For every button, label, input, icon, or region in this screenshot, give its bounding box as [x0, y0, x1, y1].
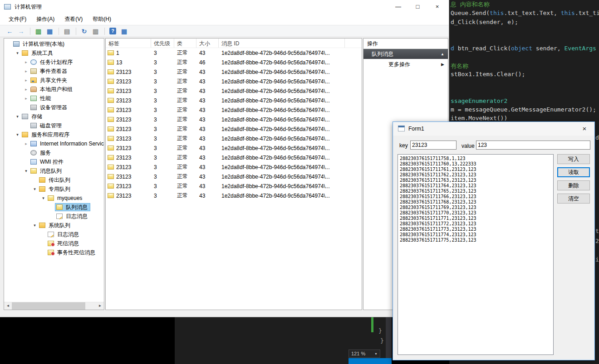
tree-item[interactable]: 服务 — [4, 148, 104, 157]
tree-item[interactable]: 设备管理器 — [4, 103, 104, 112]
toolbar-properties-icon[interactable]: ▤ — [62, 26, 72, 36]
toolbar-view-icon[interactable]: ▦ — [119, 26, 129, 36]
collapsed-chevron-icon[interactable]: ▸ — [23, 141, 29, 146]
tree-item[interactable]: 日志消息 — [4, 230, 104, 239]
write-button[interactable]: 写入 — [557, 154, 590, 164]
toolbar-refresh-icon[interactable]: ↻ — [79, 26, 89, 36]
listbox-line[interactable]: 288230376151711766,23123,123 — [400, 194, 551, 199]
column-header[interactable]: 类 — [174, 39, 196, 48]
expanded-chevron-icon[interactable]: ▾ — [15, 51, 20, 55]
tree-item[interactable]: 传出队列 — [4, 175, 104, 184]
message-row[interactable]: 231233正常431e2da8df-8bbe-472b-946d-9c56da… — [106, 115, 362, 124]
collapsed-chevron-icon[interactable]: ▸ — [23, 78, 29, 83]
listbox-line[interactable]: 288230376151711774,23123,123 — [400, 232, 551, 238]
tree-item[interactable]: ▾消息队列 — [4, 166, 104, 175]
toolbar-window-icon[interactable]: ▦ — [44, 26, 55, 36]
listbox-line[interactable]: 288230376151711763,23123,123 — [400, 178, 551, 183]
menu-help[interactable]: 帮助(H) — [88, 15, 116, 23]
toolbar-export-list-icon[interactable]: ▥ — [90, 26, 101, 36]
collapsed-chevron-icon[interactable]: ▸ — [23, 60, 29, 64]
listbox-line[interactable]: 288230376151711768,23123,123 — [400, 199, 551, 205]
message-row[interactable]: 231233正常431e2da8df-8bbe-472b-946d-9c56da… — [106, 105, 362, 115]
tree-item[interactable]: ▸共享文件夹 — [4, 76, 104, 85]
form1-close-button[interactable]: × — [574, 122, 594, 136]
expanded-chevron-icon[interactable]: ▾ — [15, 132, 20, 137]
expanded-chevron-icon[interactable]: ▾ — [23, 169, 29, 173]
tree-item[interactable]: 计算机管理(本地) — [4, 39, 104, 49]
listbox-line[interactable]: 288230376151711772,23123,123 — [400, 221, 551, 227]
menu-file[interactable]: 文件(F) — [4, 15, 31, 23]
scroll-left-icon[interactable]: ◄ — [4, 302, 12, 310]
tree-item[interactable]: 日志消息 — [4, 212, 104, 221]
collapse-arrow-icon[interactable]: ▲ — [441, 52, 444, 56]
expanded-chevron-icon[interactable]: ▾ — [40, 196, 46, 200]
expanded-chevron-icon[interactable]: ▾ — [32, 223, 38, 228]
zoom-control[interactable]: 121 % ▼ — [349, 349, 380, 358]
actions-group-header[interactable]: 队列消息 ▲ — [363, 49, 448, 59]
tree-item[interactable]: ▾myqueues — [4, 194, 104, 203]
column-header[interactable]: 大小 — [196, 39, 219, 48]
tree-item[interactable]: ▾存储 — [4, 112, 104, 121]
delete-button[interactable]: 删除 — [557, 180, 590, 190]
message-row[interactable]: 133正常461e2da8df-8bbe-472b-946d-9c56da764… — [106, 58, 362, 67]
collapsed-chevron-icon[interactable]: ▸ — [23, 96, 29, 101]
listbox-line[interactable]: 288230376151711764,23123,123 — [400, 183, 551, 189]
message-row[interactable]: 231233正常431e2da8df-8bbe-472b-946d-9c56da… — [106, 143, 362, 153]
toolbar-forward-icon[interactable]: → — [16, 26, 26, 36]
title-bar[interactable]: 计算机管理 — □ × — [0, 0, 449, 14]
tree-item[interactable]: 磁盘管理 — [4, 121, 104, 130]
column-header[interactable]: 标签 — [106, 39, 151, 48]
tree-item[interactable]: ▾系统队列 — [4, 221, 104, 230]
menu-action[interactable]: 操作(A) — [31, 15, 59, 23]
value-input[interactable] — [476, 141, 590, 150]
listbox-line[interactable]: 288230376151711760,13,222333 — [400, 161, 551, 167]
tree-item[interactable]: ▸本地用户和组 — [4, 85, 104, 94]
more-actions[interactable]: 更多操作 ▶ — [363, 59, 448, 70]
message-row[interactable]: 231233正常431e2da8df-8bbe-472b-946d-9c56da… — [106, 67, 362, 77]
tree-item[interactable]: ▸任务计划程序 — [4, 58, 104, 67]
column-header[interactable]: 优先级 — [151, 39, 174, 48]
tree-item[interactable]: 队列消息 — [4, 203, 104, 212]
message-row[interactable]: 231233正常431e2da8df-8bbe-472b-946d-9c56da… — [106, 77, 362, 86]
listbox-line[interactable]: 288230376151711762,23123,123 — [400, 172, 551, 178]
message-row[interactable]: 231233正常431e2da8df-8bbe-472b-946d-9c56da… — [106, 96, 362, 105]
tree-item[interactable]: ▾服务和应用程序 — [4, 130, 104, 139]
tree-item[interactable]: ▾专用队列 — [4, 184, 104, 194]
listbox-line[interactable]: 288230376151711773,23123,123 — [400, 227, 551, 232]
expanded-chevron-icon[interactable]: ▾ — [32, 187, 38, 191]
listbox-line[interactable]: 288230376151711758,1,123 — [400, 156, 551, 161]
listbox-line[interactable]: 288230376151711765,23123,123 — [400, 189, 551, 194]
tree-item[interactable]: 死信消息 — [4, 239, 104, 248]
toolbar-console-tree-icon[interactable]: ▥ — [33, 26, 44, 36]
expanded-chevron-icon[interactable]: ▾ — [15, 114, 20, 119]
toolbar-back-icon[interactable]: ← — [5, 26, 15, 36]
tree-item[interactable]: WMI 控件 — [4, 157, 104, 166]
message-row[interactable]: 231233正常431e2da8df-8bbe-472b-946d-9c56da… — [106, 191, 362, 200]
scroll-right-icon[interactable]: ► — [96, 302, 104, 310]
read-button[interactable]: 读取 — [557, 167, 590, 177]
collapsed-chevron-icon[interactable]: ▸ — [23, 87, 29, 92]
clear-button[interactable]: 清空 — [557, 194, 590, 204]
tree-item[interactable]: ▾系统工具 — [4, 49, 104, 58]
form-listbox[interactable]: 288230376151711758,1,1232882303761517117… — [398, 154, 554, 355]
listbox-line[interactable]: 288230376151711771,23123,123 — [400, 216, 551, 221]
tree-horizontal-scrollbar[interactable]: ◄ ► — [4, 302, 104, 310]
maximize-button[interactable]: □ — [408, 0, 427, 14]
message-row[interactable]: 231233正常431e2da8df-8bbe-472b-946d-9c56da… — [106, 86, 362, 96]
message-row[interactable]: 231233正常431e2da8df-8bbe-472b-946d-9c56da… — [106, 181, 362, 191]
minimize-button[interactable]: — — [388, 0, 408, 14]
close-button[interactable]: × — [427, 0, 447, 14]
menu-view[interactable]: 查看(V) — [59, 15, 88, 23]
listbox-line[interactable]: 288230376151711761,23123,123 — [400, 167, 551, 172]
listbox-line[interactable]: 288230376151711770,23123,123 — [400, 210, 551, 216]
scroll-thumb[interactable] — [12, 302, 85, 310]
tree-item[interactable]: ▸性能 — [4, 94, 104, 103]
tree-item[interactable]: ▸事件查看器 — [4, 67, 104, 76]
message-row[interactable]: 231233正常431e2da8df-8bbe-472b-946d-9c56da… — [106, 162, 362, 172]
message-row[interactable]: 231233正常431e2da8df-8bbe-472b-946d-9c56da… — [106, 153, 362, 162]
column-header[interactable]: 消息 ID — [219, 39, 345, 48]
toolbar-help-icon[interactable]: ? — [108, 26, 118, 36]
key-input[interactable] — [410, 141, 457, 150]
listbox-line[interactable]: 288230376151711775,23123,123 — [400, 238, 551, 243]
message-row[interactable]: 231233正常431e2da8df-8bbe-472b-946d-9c56da… — [106, 172, 362, 181]
